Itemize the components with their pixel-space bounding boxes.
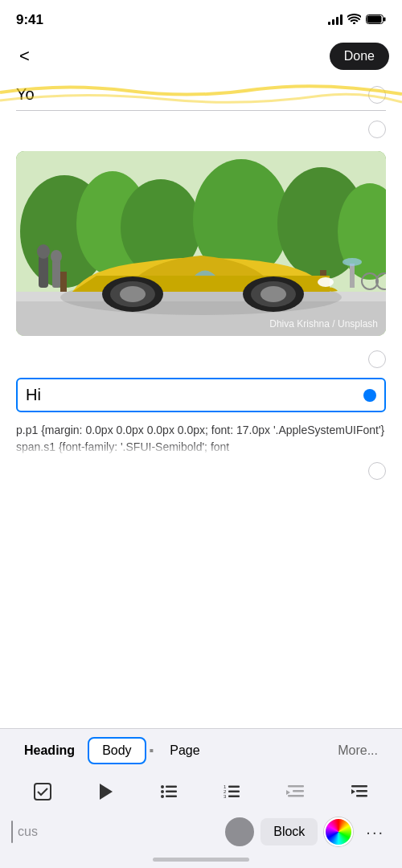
block-button[interactable]: Block — [260, 818, 318, 845]
svg-point-22 — [260, 286, 286, 302]
align-right-icon — [286, 783, 306, 800]
svg-rect-2 — [367, 16, 382, 23]
color-wheel-button[interactable] — [324, 817, 353, 846]
svg-rect-26 — [52, 260, 60, 288]
car-scene-svg — [16, 151, 386, 336]
svg-rect-50 — [351, 785, 367, 788]
svg-point-27 — [51, 250, 62, 263]
code-text: p.p1 {margin: 0.0px 0.0px 0.0px 0.0px; f… — [16, 422, 386, 456]
svg-rect-52 — [356, 795, 367, 797]
more-options-button[interactable]: ··· — [359, 820, 391, 845]
svg-rect-24 — [39, 256, 48, 288]
radio-circle-1[interactable] — [368, 86, 386, 104]
numbered-list-tool-button[interactable]: 1 2 3 — [216, 776, 248, 808]
tab-page[interactable]: Page — [157, 739, 212, 763]
radio-circle-2[interactable] — [368, 121, 386, 138]
radio-row-3 — [16, 459, 386, 483]
text-row-1: Yo — [16, 77, 386, 107]
svg-point-36 — [161, 790, 164, 793]
wifi-icon — [347, 14, 361, 27]
svg-rect-32 — [35, 784, 51, 800]
text-divider — [16, 110, 386, 111]
indent-tool-button[interactable] — [343, 776, 375, 808]
svg-rect-1 — [384, 18, 386, 22]
svg-marker-49 — [286, 790, 290, 795]
svg-rect-41 — [228, 786, 240, 788]
document-area: Yo — [0, 77, 402, 483]
checkbox-tool-button[interactable] — [27, 776, 59, 808]
svg-point-29 — [343, 258, 362, 266]
svg-point-19 — [120, 286, 146, 302]
play-icon — [98, 783, 114, 800]
indent-icon — [350, 783, 369, 800]
radio-row-2 — [16, 342, 386, 373]
code-text-block: p.p1 {margin: 0.0px 0.0px 0.0px 0.0px; f… — [16, 417, 386, 459]
toolbar-tabs: Heading Body ▪ Page More... — [0, 729, 402, 769]
numbered-list-icon: 1 2 3 — [223, 783, 242, 800]
svg-point-38 — [161, 795, 164, 798]
svg-rect-35 — [166, 786, 177, 788]
svg-rect-45 — [228, 796, 240, 798]
back-button[interactable]: < — [13, 43, 36, 70]
svg-rect-48 — [288, 795, 304, 797]
signal-icon — [328, 15, 343, 25]
radio-circle-3[interactable] — [368, 350, 386, 368]
svg-marker-33 — [100, 784, 113, 800]
done-button[interactable]: Done — [330, 43, 389, 70]
tab-more[interactable]: More... — [325, 739, 391, 763]
svg-rect-47 — [293, 790, 304, 792]
status-icons — [328, 13, 386, 27]
battery-icon — [366, 13, 386, 27]
radio-row-1 — [16, 114, 386, 145]
text-line-1[interactable]: Yo — [16, 85, 35, 104]
svg-marker-53 — [351, 789, 355, 794]
page-icon: ▪ — [150, 743, 154, 758]
align-tool-button[interactable] — [280, 776, 312, 808]
focus-label: cus — [18, 825, 38, 839]
active-text-content[interactable]: Hi — [26, 386, 41, 404]
svg-rect-39 — [166, 796, 177, 798]
active-indicator-dot — [363, 389, 376, 402]
image-caption: Dhiva Krishna / Unsplash — [269, 318, 378, 330]
tab-heading[interactable]: Heading — [11, 739, 88, 763]
svg-rect-28 — [350, 264, 355, 288]
bullet-list-icon — [160, 783, 179, 800]
toolbar-actions-row: cus Block ··· — [0, 813, 402, 853]
active-text-row[interactable]: Hi — [16, 378, 386, 412]
svg-rect-37 — [166, 791, 177, 793]
checkbox-icon — [33, 782, 52, 801]
svg-point-34 — [161, 785, 164, 788]
tab-body[interactable]: Body — [88, 737, 146, 764]
bullet-list-tool-button[interactable] — [154, 776, 186, 808]
svg-point-25 — [37, 244, 50, 259]
svg-text:3: 3 — [224, 794, 227, 799]
svg-point-23 — [318, 277, 334, 287]
home-indicator — [0, 853, 402, 868]
bottom-toolbar: Heading Body ▪ Page More... — [0, 728, 402, 868]
status-time: 9:41 — [16, 12, 43, 28]
car-image-block: Dhiva Krishna / Unsplash — [16, 151, 386, 336]
thumb-indicator — [225, 817, 254, 846]
car-scene: Dhiva Krishna / Unsplash — [16, 151, 386, 336]
focus-cursor-area: cus — [11, 821, 225, 843]
radio-circle-4[interactable] — [368, 462, 386, 480]
svg-rect-43 — [228, 791, 240, 793]
home-bar — [153, 858, 249, 862]
toolbar-icon-row: 1 2 3 — [0, 769, 402, 813]
play-tool-button[interactable] — [90, 776, 122, 808]
svg-rect-46 — [288, 785, 304, 788]
nav-bar: < Done — [0, 35, 402, 77]
text-cursor — [11, 821, 13, 843]
svg-rect-51 — [356, 790, 367, 792]
status-bar: 9:41 — [0, 0, 402, 35]
